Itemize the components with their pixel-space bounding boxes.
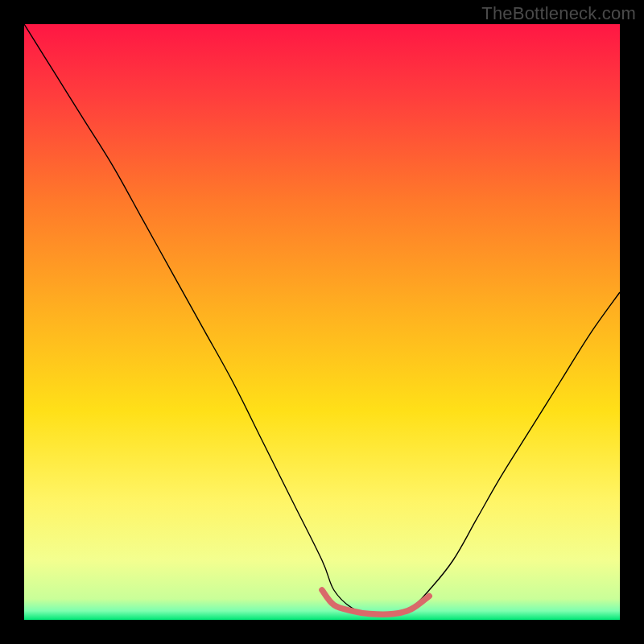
plot-area (24, 24, 620, 620)
watermark-text: TheBottleneck.com (481, 3, 636, 24)
chart-svg (24, 24, 620, 620)
chart-container: TheBottleneck.com (0, 0, 644, 644)
gradient-background (24, 24, 620, 620)
